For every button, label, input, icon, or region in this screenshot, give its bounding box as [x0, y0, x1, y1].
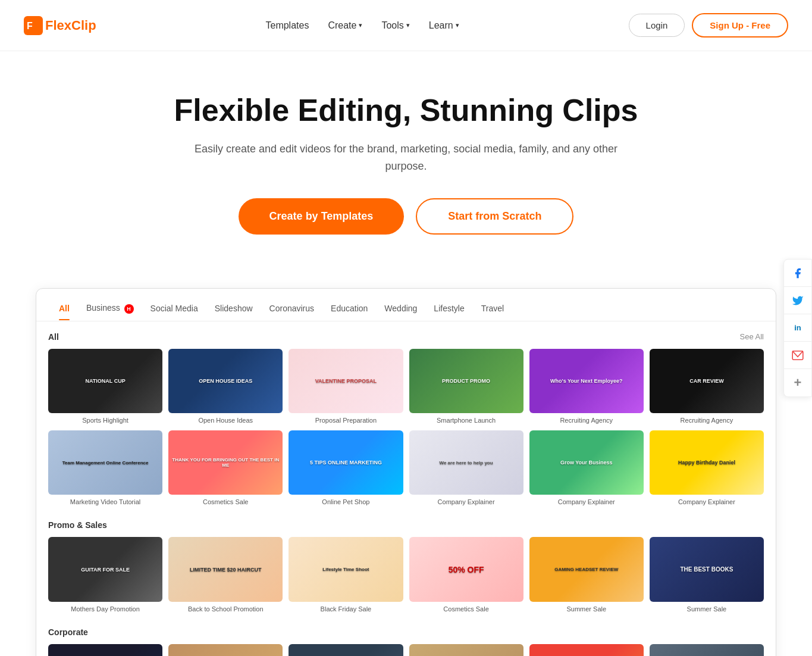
signup-button[interactable]: Sign Up - Free [692, 13, 788, 38]
hero-section: Flexible Editing, Stunning Clips Easily … [0, 51, 812, 288]
list-item[interactable]: City View [168, 644, 283, 656]
list-item[interactable]: Team Management Online Conference Market… [48, 430, 162, 506]
logo-text: FlexClip [45, 18, 96, 33]
list-item[interactable] [650, 644, 764, 656]
email-icon [792, 351, 804, 360]
list-item[interactable]: SMALL BUSINESS [529, 644, 644, 656]
section-title-corporate: Corporate [48, 627, 88, 637]
nav-actions: Login Sign Up - Free [629, 13, 788, 38]
linkedin-share-button[interactable]: in [784, 314, 811, 342]
chevron-down-icon: ▾ [406, 21, 410, 29]
section-title-promo: Promo & Sales [48, 520, 107, 530]
template-grid-corporate: IT'S THE JANUARY HIRE NOW City View Busi… [48, 644, 764, 656]
social-sidebar: in + [783, 259, 812, 397]
tab-coronavirus[interactable]: Coronavirus [261, 299, 322, 320]
plus-icon: + [794, 375, 802, 391]
tab-wedding[interactable]: Wedding [376, 299, 425, 320]
list-item[interactable]: CAR REVIEW Recruiting Agency [650, 349, 764, 424]
hero-buttons: Create by Templates Start from Scratch [24, 198, 788, 235]
list-item[interactable]: LIMITED TIME $20 HAIRCUT Back to School … [168, 537, 283, 613]
facebook-icon [792, 267, 804, 279]
list-item[interactable]: 50% OFF Cosmetics Sale [409, 537, 523, 613]
see-all-button[interactable]: See All [740, 332, 764, 341]
nav-item-tools[interactable]: Tools ▾ [381, 20, 409, 31]
nav-item-learn[interactable]: Learn ▾ [429, 20, 459, 31]
twitter-icon [792, 295, 804, 307]
list-item[interactable]: Lifestyle Time Shoot Black Friday Sale [289, 537, 403, 613]
list-item[interactable]: Who's Your Next Employee? Recruiting Age… [529, 349, 644, 424]
section-header-all: All See All [48, 332, 764, 342]
hero-subtext: Easily create and edit videos for the br… [180, 140, 632, 175]
list-item[interactable]: Business Plan for 2022 [289, 644, 403, 656]
list-item[interactable] [409, 644, 523, 656]
tab-business[interactable]: Business H [78, 298, 142, 320]
logo-icon: F [24, 16, 43, 35]
list-item[interactable]: 5 TIPS ONLINE MARKETING Online Pet Shop [289, 430, 403, 506]
tab-education[interactable]: Education [322, 299, 376, 320]
list-item[interactable]: We are here to help you Company Explaine… [409, 430, 523, 506]
more-share-button[interactable]: + [784, 369, 811, 396]
nav-links: Templates Create ▾ Tools ▾ Learn ▾ [265, 20, 459, 31]
hot-badge: H [124, 304, 134, 314]
tab-all[interactable]: All [51, 299, 78, 320]
email-share-button[interactable] [784, 342, 811, 369]
start-from-scratch-button[interactable]: Start from Scratch [416, 198, 573, 235]
linkedin-icon: in [794, 323, 801, 332]
list-item[interactable]: THANK YOU FOR BRINGING OUT THE BEST IN M… [168, 430, 283, 506]
section-title-all: All [48, 332, 59, 342]
gallery-body: All See All NATIONAL CUP Sports Highligh… [36, 321, 776, 656]
svg-text:F: F [27, 21, 33, 31]
template-grid-promo: GUITAR FOR SALE Mothers Day Promotion LI… [48, 537, 764, 613]
gallery-panel: All Business H Social Media Slideshow Co… [36, 288, 776, 656]
list-item[interactable]: Grow Your Business Company Explainer [529, 430, 644, 506]
nav-item-templates[interactable]: Templates [265, 20, 309, 31]
list-item[interactable]: Happy Birthday Daniel Company Explainer [650, 430, 764, 506]
section-header-promo: Promo & Sales [48, 520, 764, 530]
login-button[interactable]: Login [629, 14, 685, 37]
template-grid-all: NATIONAL CUP Sports Highlight OPEN HOUSE… [48, 349, 764, 507]
tab-slideshow[interactable]: Slideshow [206, 299, 261, 320]
category-tabs: All Business H Social Media Slideshow Co… [36, 289, 776, 321]
section-header-corporate: Corporate [48, 627, 764, 637]
create-by-templates-button[interactable]: Create by Templates [239, 198, 405, 235]
list-item[interactable]: VALENTINE PROPOSAL Proposal Preparation [289, 349, 403, 424]
list-item[interactable]: THE BEST BOOKS Summer Sale [650, 537, 764, 613]
tab-social-media[interactable]: Social Media [142, 299, 206, 320]
facebook-share-button[interactable] [784, 260, 811, 287]
list-item[interactable]: NATIONAL CUP Sports Highlight [48, 349, 162, 424]
chevron-down-icon: ▾ [456, 21, 459, 29]
navbar: F FlexClip Templates Create ▾ Tools ▾ Le… [0, 0, 812, 51]
hero-heading: Flexible Editing, Stunning Clips [24, 93, 788, 129]
nav-item-create[interactable]: Create ▾ [328, 20, 362, 31]
list-item[interactable]: GAMING HEADSET REVIEW Summer Sale [529, 537, 644, 613]
list-item[interactable]: OPEN HOUSE IDEAS Open House Ideas [168, 349, 283, 424]
chevron-down-icon: ▾ [359, 21, 362, 29]
tab-travel[interactable]: Travel [473, 299, 512, 320]
tab-lifestyle[interactable]: Lifestyle [425, 299, 472, 320]
twitter-share-button[interactable] [784, 287, 811, 314]
logo[interactable]: F FlexClip [24, 16, 96, 35]
list-item[interactable]: GUITAR FOR SALE Mothers Day Promotion [48, 537, 162, 613]
list-item[interactable]: IT'S THE JANUARY HIRE NOW [48, 644, 162, 656]
list-item[interactable]: PRODUCT PROMO Smartphone Launch [409, 349, 523, 424]
